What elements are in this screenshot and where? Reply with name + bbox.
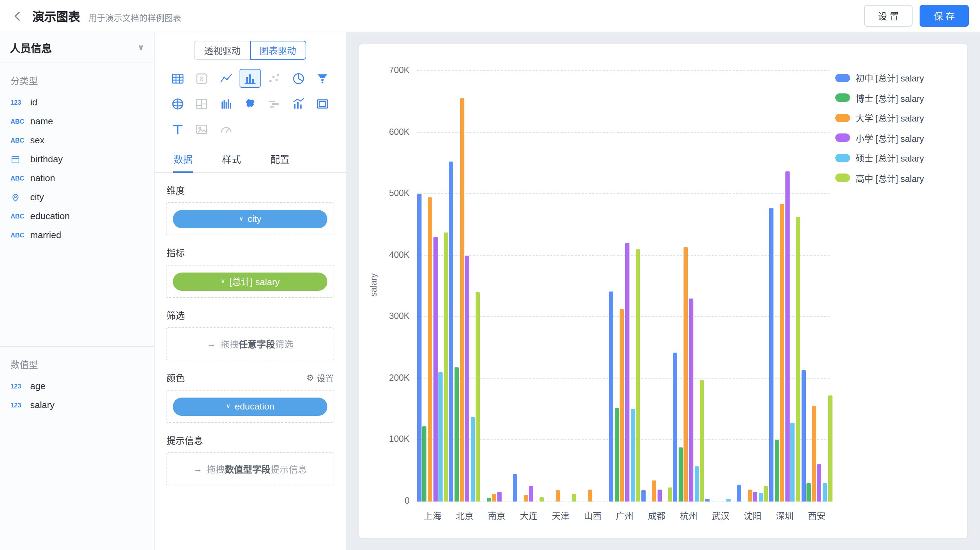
- dimension-pill-city[interactable]: ∨ city: [173, 210, 328, 228]
- field-item-id[interactable]: 123id: [0, 93, 154, 112]
- color-settings-button[interactable]: ⚙ 设置: [306, 372, 334, 383]
- field-item-nation[interactable]: ABCnation: [0, 168, 154, 188]
- bar-group: 西安: [801, 71, 833, 502]
- back-button[interactable]: [11, 10, 24, 22]
- tooltip-zone-label: 提示信息: [167, 433, 203, 447]
- field-item-sex[interactable]: ABCsex: [0, 130, 154, 149]
- combo-chart-icon[interactable]: [288, 94, 309, 113]
- y-tick-label: 500K: [389, 188, 410, 198]
- field-item-married[interactable]: ABCmarried: [0, 226, 154, 245]
- tab-chart-driven[interactable]: 图表驱动: [250, 41, 306, 60]
- legend-swatch: [835, 173, 850, 182]
- field-item-name[interactable]: ABCname: [0, 112, 154, 130]
- bar: [689, 299, 694, 502]
- legend-item[interactable]: 高中 [总计] salary: [835, 171, 960, 184]
- pie-chart-icon[interactable]: [288, 69, 309, 88]
- bar: [460, 99, 464, 502]
- chart-type-grid: 8: [166, 69, 334, 138]
- field-item-age[interactable]: 123age: [0, 377, 154, 396]
- legend-item[interactable]: 大学 [总计] salary: [835, 111, 960, 124]
- bar: [694, 466, 698, 502]
- radar-chart-icon[interactable]: [167, 94, 188, 113]
- bar: [417, 194, 422, 502]
- bar: [657, 489, 662, 502]
- driver-mode-switch: 透视驱动图表驱动: [166, 41, 334, 60]
- text-field-icon: ABC: [11, 232, 30, 238]
- gear-icon: ⚙: [306, 373, 314, 383]
- page-subtitle: 用于演示文档的样例图表: [89, 11, 181, 23]
- x-axis-label: 上海: [424, 509, 442, 522]
- app-window: 演示图表 用于演示文档的样例图表 设 置 保 存 人员信息 ∨ 分类型123id…: [0, 0, 980, 550]
- bar: [775, 440, 779, 502]
- tab-config[interactable]: 配置: [270, 145, 290, 172]
- field-section-title: 数值型: [0, 347, 154, 377]
- bar: [748, 490, 752, 502]
- field-item-birthday[interactable]: birthday: [0, 149, 154, 168]
- chart-config-panel: 透视驱动图表驱动 8 数据样式配置 维度 ∨ city 指标 ∨ [总计] sa…: [154, 32, 346, 550]
- y-tick-label: 300K: [389, 312, 410, 321]
- table-icon[interactable]: [167, 69, 188, 88]
- legend-item[interactable]: 小学 [总计] salary: [835, 131, 960, 145]
- funnel-chart-icon[interactable]: [312, 69, 333, 88]
- legend-item[interactable]: 博士 [总计] salary: [835, 91, 960, 104]
- settings-button[interactable]: 设 置: [864, 5, 913, 27]
- filter-dropzone[interactable]: → 拖拽任意字段筛选: [166, 327, 334, 360]
- dimension-dropzone[interactable]: ∨ city: [166, 202, 334, 235]
- text-icon[interactable]: [167, 119, 188, 138]
- tab-data[interactable]: 数据: [173, 145, 193, 172]
- tooltip-dropzone[interactable]: → 拖拽数值型字段提示信息: [166, 452, 334, 485]
- plot-column: 0100K200K300K400K500K600K700K上海北京南京大连天津山…: [380, 68, 835, 529]
- bar: [764, 486, 768, 502]
- field-label: married: [30, 230, 61, 240]
- x-axis-label: 广州: [616, 509, 633, 522]
- bar: [769, 208, 773, 502]
- tab-pivot-driven[interactable]: 透视驱动: [194, 41, 250, 60]
- legend-swatch: [835, 134, 850, 142]
- save-button[interactable]: 保 存: [920, 5, 969, 27]
- dataset-selector[interactable]: 人员信息 ∨: [0, 32, 154, 63]
- chart-canvas: salary 0100K200K300K400K500K600K700K上海北京…: [346, 32, 980, 550]
- bar-group: 武汉: [705, 71, 737, 502]
- field-section-numeric: 数值型123age123salary: [0, 346, 154, 419]
- histogram-icon[interactable]: [215, 94, 236, 113]
- bar: [759, 493, 763, 502]
- color-dropzone[interactable]: ∨ education: [166, 390, 334, 423]
- header-left: 演示图表 用于演示文档的样例图表: [11, 7, 181, 25]
- bar: [615, 408, 619, 502]
- field-item-education[interactable]: ABCeducation: [0, 207, 154, 226]
- line-chart-icon[interactable]: [215, 69, 236, 88]
- legend-swatch: [835, 73, 850, 82]
- bar-group: 成都: [641, 71, 673, 502]
- bar: [812, 406, 816, 502]
- bar: [801, 370, 805, 502]
- drag-arrow-icon: →: [207, 339, 216, 349]
- field-section-title: 分类型: [0, 63, 154, 93]
- bar-group: 广州: [609, 71, 641, 502]
- x-axis-label: 沈阳: [744, 509, 762, 522]
- numeric-field-icon: 123: [11, 383, 30, 389]
- legend-item[interactable]: 初中 [总计] salary: [835, 71, 960, 84]
- numeric-field-icon: 123: [11, 99, 30, 106]
- frame-icon[interactable]: [312, 94, 333, 113]
- tab-style[interactable]: 样式: [221, 145, 242, 172]
- measure-dropzone[interactable]: ∨ [总计] salary: [166, 265, 334, 298]
- color-pill-education[interactable]: ∨ education: [173, 397, 328, 415]
- numeric-field-icon: 123: [11, 401, 30, 409]
- bar: [753, 492, 757, 502]
- measure-pill-salary[interactable]: ∨ [总计] salary: [173, 272, 328, 291]
- fields-sidebar: 人员信息 ∨ 分类型123idABCnameABCsexbirthdayABCn…: [0, 32, 154, 550]
- field-item-salary[interactable]: 123salary: [0, 396, 154, 415]
- china-map-icon[interactable]: [240, 94, 261, 113]
- field-item-city[interactable]: city: [0, 188, 154, 207]
- bar-chart-icon[interactable]: [240, 69, 261, 88]
- bar: [807, 483, 811, 502]
- bar-group: 山西: [577, 71, 609, 502]
- chart-legend: 初中 [总计] salary博士 [总计] salary大学 [总计] sala…: [835, 68, 960, 529]
- text-field-icon: ABC: [11, 118, 30, 125]
- color-settings-label: 设置: [317, 372, 334, 383]
- x-axis-label: 成都: [648, 509, 665, 522]
- bar-group: 北京: [449, 71, 480, 502]
- bar: [449, 161, 453, 502]
- bar: [828, 395, 832, 502]
- legend-item[interactable]: 硕士 [总计] salary: [835, 151, 960, 164]
